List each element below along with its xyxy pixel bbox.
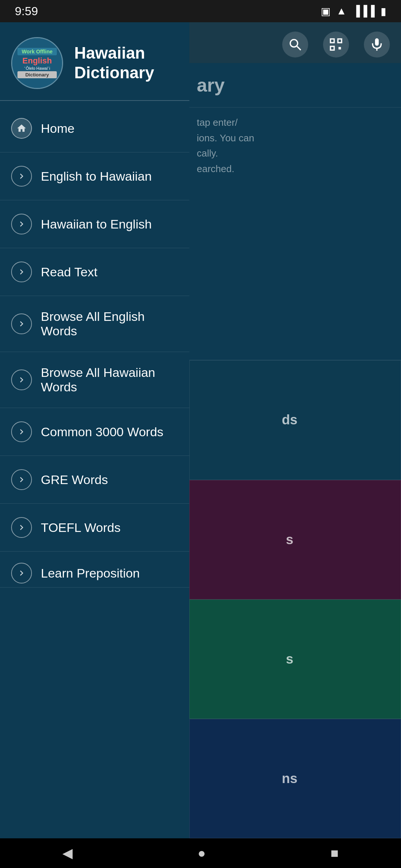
learn-preposition-label: Learn Preposition bbox=[41, 566, 140, 581]
status-bar: 9:59 ▣ ▲ ▐▐▐ ▮ bbox=[0, 0, 401, 22]
gre-words-label: GRE Words bbox=[41, 473, 108, 487]
menu-item-learn-preposition[interactable]: Learn Preposition bbox=[0, 552, 189, 588]
chevron-right-icon-3 bbox=[11, 262, 32, 282]
home-icon bbox=[11, 118, 32, 139]
menu-item-browse-english[interactable]: Browse All English Words bbox=[0, 296, 189, 352]
menu-item-toefl-words[interactable]: TOEFL Words bbox=[0, 504, 189, 552]
menu-item-common-3000[interactable]: Common 3000 Words bbox=[0, 408, 189, 456]
chevron-right-icon-1 bbox=[11, 166, 32, 187]
english-to-hawaiian-label: English to Hawaiian bbox=[41, 169, 152, 184]
chevron-right-icon-8 bbox=[11, 517, 32, 538]
svg-rect-4 bbox=[330, 46, 334, 50]
menu-item-hawaiian-to-english[interactable]: Hawaiian to English bbox=[0, 200, 189, 248]
search-icon[interactable] bbox=[282, 32, 308, 57]
card-gre-words[interactable]: ns bbox=[189, 719, 401, 838]
read-text-label: Read Text bbox=[41, 265, 97, 279]
navigation-bar: ◀ ● ■ bbox=[0, 838, 401, 868]
panel-description: tap enter/ions. You cancally.earched. bbox=[197, 115, 394, 177]
signal-icon: ▐▐▐ bbox=[352, 5, 375, 17]
app-title: Hawaiian Dictionary bbox=[74, 43, 154, 83]
menu-item-home[interactable]: Home bbox=[0, 105, 189, 152]
svg-rect-2 bbox=[330, 39, 334, 43]
battery-icon: ▮ bbox=[381, 5, 386, 17]
card-english-label: ds bbox=[282, 412, 309, 428]
drawer-menu: Home English to Hawaiian Hawaiian to Eng… bbox=[0, 105, 189, 588]
logo-hawaiian: ʻŌlelo Hawaiʻi bbox=[24, 66, 50, 71]
app-logo: Work Offline English ʻŌlelo Hawaiʻi Dict… bbox=[11, 37, 63, 89]
recents-button[interactable]: ■ bbox=[330, 845, 339, 861]
mic-icon[interactable] bbox=[364, 32, 390, 57]
card-english-words[interactable]: ds bbox=[189, 360, 401, 480]
logo-dictionary: Dictionary bbox=[17, 71, 57, 78]
navigation-drawer: Work Offline English ʻŌlelo Hawaiʻi Dict… bbox=[0, 22, 189, 838]
right-panel-content: ary tap enter/ions. You cancally.earched… bbox=[189, 63, 401, 838]
menu-item-gre-words[interactable]: GRE Words bbox=[0, 456, 189, 504]
home-label: Home bbox=[41, 121, 75, 136]
panel-title: ary bbox=[197, 75, 225, 96]
toefl-words-label: TOEFL Words bbox=[41, 520, 121, 535]
sim-icon: ▣ bbox=[321, 5, 330, 17]
browse-english-label: Browse All English Words bbox=[41, 309, 178, 338]
hawaiian-to-english-label: Hawaiian to English bbox=[41, 217, 152, 231]
home-button[interactable]: ● bbox=[198, 845, 206, 861]
svg-rect-5 bbox=[339, 47, 341, 50]
chevron-right-icon-9 bbox=[11, 563, 32, 583]
svg-line-1 bbox=[297, 46, 301, 50]
card-hawaiian-words[interactable]: s bbox=[189, 480, 401, 599]
card-gre-label: ns bbox=[282, 771, 309, 786]
menu-item-read-text[interactable]: Read Text bbox=[0, 248, 189, 296]
scan-icon[interactable] bbox=[323, 32, 349, 57]
logo-english: English bbox=[22, 56, 52, 66]
back-button[interactable]: ◀ bbox=[62, 845, 73, 861]
chevron-right-icon-5 bbox=[11, 369, 32, 390]
card-common-label: s bbox=[286, 651, 304, 667]
svg-point-0 bbox=[290, 40, 298, 47]
common-3000-label: Common 3000 Words bbox=[41, 425, 163, 439]
chevron-right-icon-4 bbox=[11, 313, 32, 334]
chevron-right-icon-7 bbox=[11, 469, 32, 490]
card-hawaiian-label: s bbox=[286, 532, 304, 548]
card-common-words[interactable]: s bbox=[189, 599, 401, 719]
browse-hawaiian-label: Browse All Hawaiian Words bbox=[41, 365, 178, 394]
chevron-right-icon-2 bbox=[11, 214, 32, 234]
wifi-icon: ▲ bbox=[336, 5, 347, 17]
logo-work-offline: Work Offline bbox=[17, 48, 57, 55]
status-time: 9:59 bbox=[15, 4, 38, 18]
svg-rect-6 bbox=[375, 38, 379, 46]
chevron-right-icon-6 bbox=[11, 421, 32, 442]
top-right-bar bbox=[189, 22, 401, 67]
menu-item-browse-hawaiian[interactable]: Browse All Hawaiian Words bbox=[0, 352, 189, 408]
status-icons: ▣ ▲ ▐▐▐ ▮ bbox=[321, 5, 386, 17]
menu-item-english-to-hawaiian[interactable]: English to Hawaiian bbox=[0, 152, 189, 200]
svg-rect-3 bbox=[338, 39, 342, 43]
drawer-header: Work Offline English ʻŌlelo Hawaiʻi Dict… bbox=[0, 22, 189, 101]
